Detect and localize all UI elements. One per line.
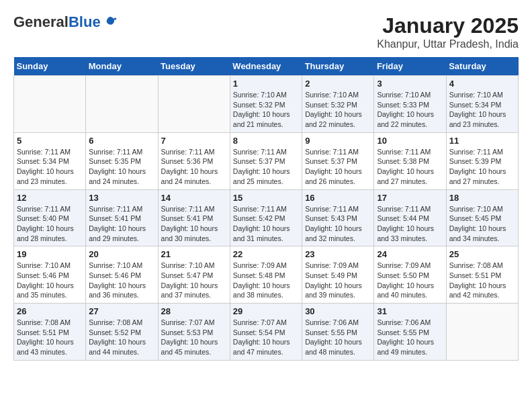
day-info: Sunrise: 7:11 AMSunset: 5:41 PMDaylight:… xyxy=(161,204,227,244)
day-info: Sunrise: 7:09 AMSunset: 5:49 PMDaylight:… xyxy=(305,261,371,300)
weekday-header-saturday: Saturday xyxy=(446,57,518,76)
calendar-cell: 19Sunrise: 7:10 AMSunset: 5:46 PMDayligh… xyxy=(14,246,86,304)
day-info: Sunrise: 7:07 AMSunset: 5:53 PMDaylight:… xyxy=(161,318,227,357)
day-number: 28 xyxy=(161,306,227,316)
logo-text: GeneralBlue xyxy=(13,13,101,31)
calendar-cell: 12Sunrise: 7:11 AMSunset: 5:40 PMDayligh… xyxy=(14,189,86,246)
weekday-header-sunday: Sunday xyxy=(14,57,86,76)
day-number: 2 xyxy=(305,79,371,89)
day-number: 31 xyxy=(377,306,443,316)
calendar-cell: 23Sunrise: 7:09 AMSunset: 5:49 PMDayligh… xyxy=(302,246,374,304)
day-number: 29 xyxy=(233,306,299,316)
day-number: 5 xyxy=(17,136,83,146)
weekday-header-friday: Friday xyxy=(374,57,446,76)
day-number: 19 xyxy=(17,249,83,259)
day-info: Sunrise: 7:11 AMSunset: 5:37 PMDaylight:… xyxy=(305,147,371,187)
day-info: Sunrise: 7:10 AMSunset: 5:32 PMDaylight:… xyxy=(305,90,371,130)
calendar-cell: 4Sunrise: 7:10 AMSunset: 5:34 PMDaylight… xyxy=(446,76,518,133)
day-number: 20 xyxy=(89,249,154,259)
day-number: 11 xyxy=(449,136,515,146)
weekday-header-wednesday: Wednesday xyxy=(230,57,302,76)
calendar-cell: 16Sunrise: 7:11 AMSunset: 5:43 PMDayligh… xyxy=(302,189,374,246)
weekday-header-monday: Monday xyxy=(86,57,158,76)
day-info: Sunrise: 7:10 AMSunset: 5:45 PMDaylight:… xyxy=(449,204,515,244)
calendar-cell: 20Sunrise: 7:10 AMSunset: 5:46 PMDayligh… xyxy=(86,246,158,304)
calendar-cell: 18Sunrise: 7:10 AMSunset: 5:45 PMDayligh… xyxy=(446,189,518,246)
page-header: GeneralBlue January 2025 Khanpur, Uttar … xyxy=(13,13,519,50)
day-info: Sunrise: 7:06 AMSunset: 5:55 PMDaylight:… xyxy=(377,318,443,357)
day-info: Sunrise: 7:11 AMSunset: 5:44 PMDaylight:… xyxy=(377,204,443,244)
day-info: Sunrise: 7:11 AMSunset: 5:37 PMDaylight:… xyxy=(233,147,299,187)
calendar-cell: 2Sunrise: 7:10 AMSunset: 5:32 PMDaylight… xyxy=(302,76,374,133)
day-number: 17 xyxy=(377,193,443,203)
day-info: Sunrise: 7:11 AMSunset: 5:38 PMDaylight:… xyxy=(377,147,443,187)
day-info: Sunrise: 7:10 AMSunset: 5:46 PMDaylight:… xyxy=(89,261,154,300)
day-number: 13 xyxy=(89,193,154,203)
day-number: 22 xyxy=(233,249,299,259)
day-info: Sunrise: 7:09 AMSunset: 5:48 PMDaylight:… xyxy=(233,261,299,300)
day-info: Sunrise: 7:08 AMSunset: 5:51 PMDaylight:… xyxy=(449,261,515,300)
day-info: Sunrise: 7:10 AMSunset: 5:46 PMDaylight:… xyxy=(17,261,83,300)
calendar-cell: 13Sunrise: 7:11 AMSunset: 5:41 PMDayligh… xyxy=(86,189,158,246)
day-info: Sunrise: 7:11 AMSunset: 5:42 PMDaylight:… xyxy=(233,204,299,244)
day-info: Sunrise: 7:07 AMSunset: 5:54 PMDaylight:… xyxy=(233,318,299,357)
day-number: 1 xyxy=(233,79,299,89)
calendar-week-row: 12Sunrise: 7:11 AMSunset: 5:40 PMDayligh… xyxy=(14,189,519,246)
day-info: Sunrise: 7:11 AMSunset: 5:40 PMDaylight:… xyxy=(17,204,83,244)
day-number: 23 xyxy=(305,249,371,259)
day-number: 24 xyxy=(377,249,443,259)
calendar-cell: 3Sunrise: 7:10 AMSunset: 5:33 PMDaylight… xyxy=(374,76,446,133)
day-number: 14 xyxy=(161,193,227,203)
day-number: 25 xyxy=(449,249,515,259)
day-info: Sunrise: 7:10 AMSunset: 5:33 PMDaylight:… xyxy=(377,90,443,130)
calendar-cell xyxy=(86,76,158,133)
calendar-cell: 22Sunrise: 7:09 AMSunset: 5:48 PMDayligh… xyxy=(230,246,302,304)
day-info: Sunrise: 7:10 AMSunset: 5:34 PMDaylight:… xyxy=(449,90,515,130)
calendar-cell: 6Sunrise: 7:11 AMSunset: 5:35 PMDaylight… xyxy=(86,132,158,189)
calendar-cell: 7Sunrise: 7:11 AMSunset: 5:36 PMDaylight… xyxy=(158,132,230,189)
day-info: Sunrise: 7:08 AMSunset: 5:52 PMDaylight:… xyxy=(89,318,154,357)
weekday-header-row: SundayMondayTuesdayWednesdayThursdayFrid… xyxy=(14,57,519,76)
calendar-cell: 10Sunrise: 7:11 AMSunset: 5:38 PMDayligh… xyxy=(374,132,446,189)
calendar-cell: 9Sunrise: 7:11 AMSunset: 5:37 PMDaylight… xyxy=(302,132,374,189)
day-number: 9 xyxy=(305,136,371,146)
title-block: January 2025 Khanpur, Uttar Pradesh, Ind… xyxy=(377,13,519,50)
day-info: Sunrise: 7:11 AMSunset: 5:35 PMDaylight:… xyxy=(89,147,154,187)
day-number: 30 xyxy=(305,306,371,316)
calendar-cell: 29Sunrise: 7:07 AMSunset: 5:54 PMDayligh… xyxy=(230,304,302,361)
calendar-cell: 11Sunrise: 7:11 AMSunset: 5:39 PMDayligh… xyxy=(446,132,518,189)
calendar-cell: 17Sunrise: 7:11 AMSunset: 5:44 PMDayligh… xyxy=(374,189,446,246)
calendar-cell: 31Sunrise: 7:06 AMSunset: 5:55 PMDayligh… xyxy=(374,304,446,361)
calendar-cell: 26Sunrise: 7:08 AMSunset: 5:51 PMDayligh… xyxy=(14,304,86,361)
day-number: 8 xyxy=(233,136,299,146)
day-number: 4 xyxy=(449,79,515,89)
day-info: Sunrise: 7:06 AMSunset: 5:55 PMDaylight:… xyxy=(305,318,371,357)
day-info: Sunrise: 7:11 AMSunset: 5:34 PMDaylight:… xyxy=(17,147,83,187)
day-number: 3 xyxy=(377,79,443,89)
logo: GeneralBlue xyxy=(13,13,117,31)
day-number: 18 xyxy=(449,193,515,203)
calendar-subtitle: Khanpur, Uttar Pradesh, India xyxy=(377,38,519,50)
day-info: Sunrise: 7:08 AMSunset: 5:51 PMDaylight:… xyxy=(17,318,83,357)
day-number: 16 xyxy=(305,193,371,203)
day-number: 6 xyxy=(89,136,154,146)
calendar-week-row: 26Sunrise: 7:08 AMSunset: 5:51 PMDayligh… xyxy=(14,304,519,361)
calendar-cell: 21Sunrise: 7:10 AMSunset: 5:47 PMDayligh… xyxy=(158,246,230,304)
calendar-cell: 30Sunrise: 7:06 AMSunset: 5:55 PMDayligh… xyxy=(302,304,374,361)
day-number: 21 xyxy=(161,249,227,259)
calendar-cell xyxy=(14,76,86,133)
day-info: Sunrise: 7:11 AMSunset: 5:43 PMDaylight:… xyxy=(305,204,371,244)
day-number: 15 xyxy=(233,193,299,203)
calendar-cell: 27Sunrise: 7:08 AMSunset: 5:52 PMDayligh… xyxy=(86,304,158,361)
calendar-cell: 24Sunrise: 7:09 AMSunset: 5:50 PMDayligh… xyxy=(374,246,446,304)
day-number: 27 xyxy=(89,306,154,316)
calendar-cell: 14Sunrise: 7:11 AMSunset: 5:41 PMDayligh… xyxy=(158,189,230,246)
calendar-table: SundayMondayTuesdayWednesdayThursdayFrid… xyxy=(13,57,519,361)
weekday-header-tuesday: Tuesday xyxy=(158,57,230,76)
calendar-cell xyxy=(158,76,230,133)
calendar-week-row: 5Sunrise: 7:11 AMSunset: 5:34 PMDaylight… xyxy=(14,132,519,189)
day-info: Sunrise: 7:10 AMSunset: 5:47 PMDaylight:… xyxy=(161,261,227,300)
calendar-cell: 1Sunrise: 7:10 AMSunset: 5:32 PMDaylight… xyxy=(230,76,302,133)
calendar-week-row: 19Sunrise: 7:10 AMSunset: 5:46 PMDayligh… xyxy=(14,246,519,304)
calendar-cell: 15Sunrise: 7:11 AMSunset: 5:42 PMDayligh… xyxy=(230,189,302,246)
